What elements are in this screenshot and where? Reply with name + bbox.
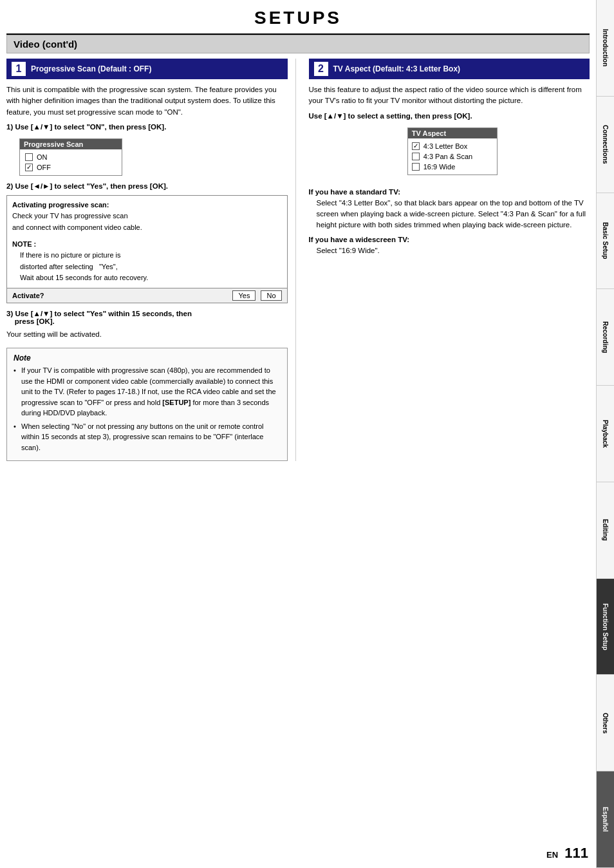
ps-dialog-title: Progressive Scan (20, 139, 122, 149)
activate-line2: Check your TV has progressive scan (12, 211, 282, 222)
col-tv-aspect: 2 TV Aspect (Default: 4:3 Letter Box) Us… (306, 59, 590, 461)
page-title: SETUPS (6, 8, 590, 28)
section2-header: 2 TV Aspect (Default: 4:3 Letter Box) (309, 59, 590, 79)
widescreen-tv-text: Select "16:9 Wide". (309, 245, 590, 256)
tv-aspect-dialog-body: 4:3 Letter Box 4:3 Pan & Scan 16:9 Wide (408, 138, 497, 175)
tv-aspect-label-letterbox: 4:3 Letter Box (423, 142, 468, 150)
tv-aspect-option-wide: 16:9 Wide (412, 162, 493, 172)
sidebar-tab-editing[interactable]: Editing (597, 482, 614, 579)
sidebar-tab-introduction[interactable]: Introduction (597, 0, 614, 97)
activate-footer-label: Activate? (12, 292, 227, 299)
activate-dialog: Activating progressive scan: Check your … (6, 195, 288, 303)
section1-badge: 1 (12, 62, 26, 76)
right-sidebar: Introduction Connections Basic Setup Rec… (596, 0, 614, 868)
activate-line3: and connect with component video cable. (12, 222, 282, 234)
note-list: If your TV is compatible with progressiv… (14, 365, 281, 453)
tv-aspect-checkbox-letterbox[interactable] (412, 142, 420, 150)
section1-step2-heading: 2) Use [◄/►] to select "Yes", then press… (6, 182, 288, 190)
tv-aspect-checkbox-wide[interactable] (412, 163, 420, 171)
section1-step3-heading: 3) Use [▲/▼] to select "Yes" within 15 s… (6, 310, 288, 325)
ps-option-off: OFF (25, 162, 116, 173)
section2-title: TV Aspect (Default: 4:3 Letter Box) (333, 64, 461, 73)
activate-note-label: NOTE : (12, 239, 282, 250)
sidebar-tab-recording[interactable]: Recording (597, 289, 614, 386)
tv-aspect-label-panscan: 4:3 Pan & Scan (423, 153, 472, 160)
widescreen-tv-heading: If you have a widescreen TV: (309, 236, 590, 243)
activate-no-button[interactable]: No (261, 290, 281, 301)
sidebar-tab-espanol[interactable]: Español (597, 771, 614, 868)
section-header: Video (cont'd) (6, 35, 590, 53)
note-item-1: If your TV is compatible with progressiv… (14, 365, 281, 419)
activate-yes-button[interactable]: Yes (232, 290, 256, 301)
note-title: Note (14, 354, 281, 363)
activate-line1: Activating progressive scan: (12, 200, 282, 211)
sidebar-tab-playback[interactable]: Playback (597, 386, 614, 482)
ps-checkbox-off[interactable] (25, 164, 33, 171)
standard-tv-text: Select "4:3 Letter Box", so that black b… (309, 198, 590, 231)
activate-note3: Wait about 15 seconds for auto recovery. (12, 272, 282, 284)
bottom-bar: EN 111 (546, 845, 588, 862)
section1-step3-body: Your setting will be activated. (6, 329, 288, 340)
tv-aspect-option-letterbox: 4:3 Letter Box (412, 141, 493, 151)
sidebar-tab-others[interactable]: Others (597, 675, 614, 771)
page-title-bar: SETUPS (6, 0, 590, 35)
section1-step1-heading: 1) Use [▲/▼] to select "ON", then press … (6, 123, 288, 131)
section-title: Video (cont'd) (14, 39, 77, 50)
section2-step-heading: Use [▲/▼] to select a setting, then pres… (309, 112, 590, 120)
section2-badge: 2 (314, 62, 328, 76)
ps-label-off: OFF (37, 164, 51, 171)
section1-header: 1 Progressive Scan (Default : OFF) (6, 59, 288, 79)
sidebar-tab-basic-setup[interactable]: Basic Setup (597, 193, 614, 290)
tv-aspect-dialog-title: TV Aspect (408, 128, 497, 138)
ps-option-on: ON (25, 152, 116, 162)
main-content: SETUPS Video (cont'd) 1 Progressive Scan… (0, 0, 596, 467)
note-box: Note If your TV is compatible with progr… (6, 348, 288, 461)
sidebar-tab-connections[interactable]: Connections (597, 97, 614, 193)
section1-intro: This unit is compatible with the progres… (6, 84, 288, 118)
page-number: 111 (564, 845, 588, 861)
activate-dialog-body: Activating progressive scan: Check your … (7, 196, 287, 288)
sidebar-tab-function-setup[interactable]: Function Setup (597, 579, 614, 675)
section2-intro: Use this feature to adjust the aspect ra… (309, 84, 590, 107)
tv-aspect-dialog: TV Aspect 4:3 Letter Box 4:3 Pan & Scan (407, 127, 498, 175)
note-item-2: When selecting "No" or not pressing any … (14, 421, 281, 453)
tv-aspect-option-panscan: 4:3 Pan & Scan (412, 151, 493, 162)
tv-aspect-label-wide: 16:9 Wide (423, 163, 456, 171)
standard-tv-heading: If you have a standard TV: (309, 188, 590, 196)
activate-note1: If there is no picture or picture is (12, 250, 282, 261)
progressive-scan-dialog: Progressive Scan ON OFF (19, 138, 122, 176)
ps-dialog-body: ON OFF (20, 149, 122, 175)
col-progressive-scan: 1 Progressive Scan (Default : OFF) This … (6, 59, 296, 461)
two-column-layout: 1 Progressive Scan (Default : OFF) This … (6, 59, 590, 461)
ps-checkbox-on[interactable] (25, 153, 33, 161)
en-label: EN (546, 850, 558, 860)
section1-title: Progressive Scan (Default : OFF) (31, 64, 151, 73)
activate-note2: distorted after selecting "Yes", (12, 261, 282, 273)
ps-label-on: ON (37, 153, 48, 161)
tv-aspect-checkbox-panscan[interactable] (412, 153, 420, 160)
activate-dialog-footer: Activate? Yes No (7, 288, 287, 303)
